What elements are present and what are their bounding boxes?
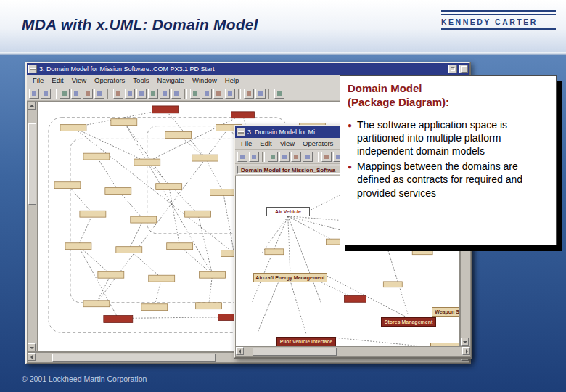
- diagram-box-aircraft-energy-management[interactable]: Aircraft Energy Management: [253, 273, 327, 282]
- copyright-footer: © 2001 Lockheed Martin Corporation: [22, 375, 147, 383]
- window-menu-icon: [30, 68, 36, 70]
- callout-heading: Domain Model: [348, 82, 549, 96]
- bullet-text: Mappings between the domains are defined…: [357, 160, 537, 200]
- window-menu-icon: [238, 131, 244, 134]
- toolbar-button[interactable]: [255, 89, 266, 99]
- scroll-thumb[interactable]: [52, 354, 216, 362]
- callout-box: Domain Model (Package Diagram): ● The so…: [340, 75, 557, 245]
- toolbar-button[interactable]: [244, 89, 254, 99]
- toolbar-button[interactable]: [213, 89, 223, 99]
- w2-horizontal-scrollbar[interactable]: [235, 346, 471, 357]
- header-separator: [0, 52, 566, 55]
- toolbar-button[interactable]: [94, 89, 104, 99]
- toolbar-button[interactable]: [113, 89, 123, 99]
- logo-text: KENNEDY CARTER: [441, 17, 556, 26]
- callout-subheading: (Package Diagram):: [348, 96, 549, 110]
- toolbar-button[interactable]: [303, 152, 313, 162]
- logo-rule-top-2: [441, 14, 556, 15]
- minimize-icon: [451, 67, 455, 71]
- w2-menu-edit[interactable]: Edit: [260, 139, 271, 147]
- w1-menu-tools[interactable]: Tools: [133, 76, 149, 84]
- toolbar-separator: [316, 152, 319, 162]
- toolbar-button[interactable]: [321, 152, 332, 162]
- w1-minimize-button[interactable]: [448, 65, 457, 73]
- w1-menu-operators[interactable]: Operators: [94, 76, 125, 84]
- w2-menu-operators[interactable]: Operators: [303, 139, 333, 147]
- toolbar-separator: [238, 89, 241, 99]
- diagram-box-air-vehicle[interactable]: Air Vehicle: [266, 207, 310, 216]
- maximize-icon: [461, 66, 467, 73]
- toolbar-separator: [184, 89, 187, 99]
- diagram-box-weapon-amp[interactable]: Weapon &: [430, 343, 460, 346]
- w1-menu-window[interactable]: Window: [192, 76, 217, 84]
- w1-maximize-button[interactable]: [459, 65, 468, 73]
- toolbar-separator: [268, 89, 271, 99]
- bullet-text: The software application space is partit…: [357, 118, 537, 158]
- toolbar-button[interactable]: [291, 152, 301, 162]
- w1-menu-view[interactable]: View: [72, 76, 86, 84]
- w1-window-menu-button[interactable]: [28, 65, 37, 73]
- scroll-down-icon[interactable]: [28, 343, 36, 351]
- kennedy-carter-logo: KENNEDY CARTER: [441, 10, 556, 32]
- scroll-left-icon[interactable]: [236, 347, 244, 355]
- toolbar-button[interactable]: [268, 152, 278, 162]
- scroll-up-icon[interactable]: [28, 102, 36, 110]
- scroll-right-icon[interactable]: [462, 347, 470, 355]
- toolbar-button[interactable]: [125, 89, 135, 99]
- toolbar-separator: [107, 89, 110, 99]
- bullet-item: ● Mappings between the domains are defin…: [348, 160, 549, 200]
- toolbar-button[interactable]: [29, 89, 39, 99]
- toolbar-button[interactable]: [190, 89, 200, 99]
- toolbar-button[interactable]: [274, 89, 284, 99]
- w1-menu-navigate[interactable]: Navigate: [157, 76, 185, 84]
- bullet-icon: ●: [348, 160, 357, 200]
- scroll-thumb[interactable]: [253, 348, 337, 356]
- toolbar-button[interactable]: [249, 152, 259, 162]
- w1-window-title: 3: Domain Model for Mission Software::CO…: [39, 65, 446, 73]
- bullet-icon: ●: [348, 118, 357, 158]
- w2-menu-view[interactable]: View: [280, 139, 295, 147]
- w1-vertical-scrollbar[interactable]: [27, 101, 38, 352]
- diagram-box-stores-management[interactable]: Stores Management: [381, 317, 436, 327]
- w1-titlebar[interactable]: 3: Domain Model for Mission Software::CO…: [27, 63, 469, 75]
- toolbar-button[interactable]: [237, 152, 247, 162]
- toolbar-button[interactable]: [225, 89, 235, 99]
- scroll-track[interactable]: [244, 347, 462, 356]
- scroll-thumb[interactable]: [28, 123, 36, 204]
- toolbar-separator: [262, 152, 265, 162]
- toolbar-button[interactable]: [148, 89, 158, 99]
- toolbar-button[interactable]: [279, 152, 290, 162]
- presentation-slide: MDA with x.UML: Domain Model KENNEDY CAR…: [0, 0, 566, 392]
- w2-window-menu-button[interactable]: [237, 128, 245, 136]
- callout-bullet-list: ● The software application space is part…: [348, 118, 549, 200]
- bullet-item: ● The software application space is part…: [348, 118, 549, 158]
- toolbar-button[interactable]: [202, 89, 212, 99]
- w1-menu-edit[interactable]: Edit: [52, 76, 63, 84]
- toolbar-button[interactable]: [71, 89, 81, 99]
- scroll-track[interactable]: [28, 110, 37, 343]
- scroll-left-icon[interactable]: [28, 353, 36, 361]
- toolbar-button[interactable]: [41, 89, 51, 99]
- toolbar-separator: [54, 89, 57, 99]
- toolbar-button[interactable]: [136, 89, 147, 99]
- toolbar-button[interactable]: [60, 89, 70, 99]
- toolbar-button[interactable]: [83, 89, 93, 99]
- toolbar-button[interactable]: [171, 89, 181, 99]
- w1-menu-file[interactable]: File: [33, 76, 44, 84]
- toolbar-button[interactable]: [160, 89, 170, 99]
- logo-rule-bottom: [441, 28, 556, 30]
- w1-menu-help[interactable]: Help: [225, 76, 239, 84]
- scroll-down-icon[interactable]: [461, 338, 469, 346]
- w2-menu-file[interactable]: File: [241, 139, 252, 147]
- diagram-box-pilot-vehicle-interface[interactable]: Pilot Vehicle Interface: [276, 337, 336, 346]
- logo-rule-top-1: [441, 10, 556, 12]
- diagram-box-weapon-sy[interactable]: Weapon Sy: [432, 307, 460, 317]
- slide-title: MDA with x.UML: Domain Model: [22, 16, 258, 33]
